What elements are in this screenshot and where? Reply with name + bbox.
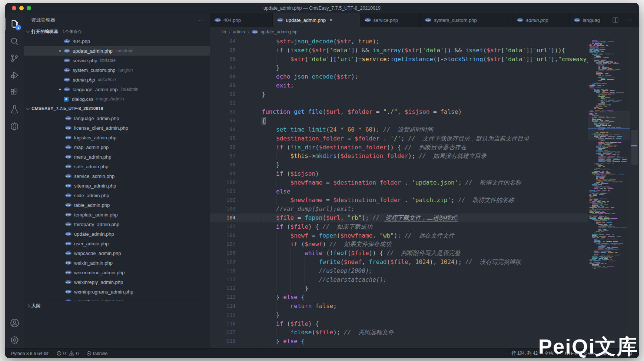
code-line-104[interactable]: 104 $file = fopen($url, "rb"); // 远程下载文件… bbox=[210, 213, 588, 222]
open-editors-section-header[interactable]: 打开的编辑器 1个未保存 bbox=[24, 27, 210, 36]
code-line-107[interactable]: 107 if ($newf) // 如果文件保存成功 bbox=[210, 240, 588, 249]
python-version-status[interactable]: Python 3.9.6 64-bit bbox=[11, 351, 49, 356]
code-line-105[interactable]: 105 if ($file) { // 如果下载成功 bbox=[210, 222, 588, 231]
open-editor-item[interactable]: ●phplanguage_admin.phplib/admin bbox=[24, 85, 210, 94]
code-line-96[interactable]: 96 if (!is_dir($destination_folder)) { /… bbox=[210, 143, 588, 152]
code-line-88[interactable]: 88 echo json_encode($str); bbox=[210, 72, 588, 81]
code-line-101[interactable]: 101 else bbox=[210, 187, 588, 196]
breadcrumb[interactable]: lib›admin›phpupdate_admin.php bbox=[210, 27, 639, 37]
open-editor-item[interactable]: phpservice.phplib/table bbox=[24, 56, 210, 65]
code-line-92[interactable]: 92 function get_file($url, $folder = "./… bbox=[210, 107, 588, 116]
feedback-person-icon[interactable] bbox=[617, 351, 621, 356]
file-tree-item[interactable]: phpsafe_admin.php bbox=[24, 162, 210, 171]
file-tree-item[interactable]: phplanguage_admin.php bbox=[24, 113, 210, 123]
scrollbar-thumb[interactable] bbox=[631, 130, 638, 165]
close-icon[interactable]: × bbox=[56, 48, 64, 54]
open-editor-item[interactable]: php404.php bbox=[24, 36, 210, 46]
activity-explorer-icon[interactable]: 1 bbox=[6, 16, 23, 33]
code-line-103[interactable]: 103 //var_dump($url);exit; bbox=[210, 205, 588, 213]
activity-run-debug-icon[interactable] bbox=[6, 67, 23, 84]
open-editor-item[interactable]: 3dialog.cssimages/admin bbox=[24, 94, 210, 104]
minimize-window-icon[interactable] bbox=[19, 6, 24, 10]
file-tree-item[interactable]: phpthirdparty_admin.php bbox=[24, 219, 210, 229]
open-editor-item[interactable]: phpsystem_custom.phplang/cn bbox=[24, 65, 210, 75]
file-tree-item[interactable]: phpservice_admin.php bbox=[24, 171, 210, 181]
eol-status[interactable]: CRLF bbox=[584, 351, 596, 356]
code-line-84[interactable]: 84 $str=json_decode($str, true); bbox=[210, 37, 588, 46]
breadcrumb-item[interactable]: update_admin.php bbox=[260, 29, 297, 34]
split-editor-icon[interactable] bbox=[612, 17, 619, 23]
open-editor-item[interactable]: phpadmin.phplib/admin bbox=[24, 75, 210, 85]
code-line-109[interactable]: 109 fwrite($newf, fread($file, 1024), 10… bbox=[210, 258, 588, 266]
file-tree-item[interactable]: phplicense_client_admin.php bbox=[24, 123, 210, 133]
code-line-117[interactable]: 117 fclose($file); // 关闭远程文件 bbox=[210, 328, 588, 337]
activity-source-control-icon[interactable] bbox=[6, 50, 23, 67]
tabnine-status[interactable]: tabnine bbox=[87, 351, 107, 356]
file-tree-item[interactable]: phpuser_admin.php bbox=[24, 239, 210, 248]
code-line-98[interactable]: 98 } bbox=[210, 160, 588, 169]
sidebar-more-actions-icon[interactable]: ··· bbox=[199, 17, 205, 23]
outline-section-header[interactable]: 大纲 bbox=[24, 301, 210, 311]
file-tree-item[interactable]: phpwxminprograms_admin.php bbox=[24, 287, 210, 297]
code-line-95[interactable]: 95 $destination_folder = $folder . '/'; … bbox=[210, 134, 588, 143]
activity-extensions-icon[interactable] bbox=[6, 84, 23, 101]
code-line-100[interactable]: 100 $newfname = $destination_folder . 'u… bbox=[210, 178, 588, 187]
file-tree-item[interactable]: phplogistics_admin.php bbox=[24, 133, 210, 142]
activity-search-icon[interactable] bbox=[6, 33, 23, 50]
zoom-window-icon[interactable] bbox=[27, 6, 31, 10]
tab-admin-php[interactable]: phpadmin.php bbox=[512, 13, 570, 27]
code-line-85[interactable]: 85 if (isset($str['data']) && is_array($… bbox=[210, 46, 588, 55]
code-line-87[interactable]: 87 } bbox=[210, 63, 588, 72]
close-window-icon[interactable] bbox=[12, 6, 16, 10]
code-line-99[interactable]: 99 if ($isjson) bbox=[210, 169, 588, 178]
code-line-114[interactable]: 114 return false; bbox=[210, 302, 588, 311]
indentation-status[interactable]: 空格: 4 bbox=[544, 350, 558, 357]
activity-test-beaker-icon[interactable] bbox=[6, 101, 23, 118]
code-line-102[interactable]: 102 $newfname = $destination_folder . 'p… bbox=[210, 196, 588, 205]
code-line-91[interactable]: 91 bbox=[210, 99, 588, 108]
tab-system_custom-php[interactable]: phpsystem_custom.php bbox=[421, 13, 512, 27]
encoding-status[interactable]: UTF-8 bbox=[565, 351, 578, 356]
file-tree-item[interactable]: phpsitemap_admin.php bbox=[24, 181, 210, 191]
file-tree-item[interactable]: phptable_admin.php bbox=[24, 200, 210, 210]
file-tree-item[interactable]: phpweixin_admin.php bbox=[24, 258, 210, 268]
breadcrumb-item[interactable]: admin bbox=[233, 29, 245, 34]
minimap[interactable] bbox=[588, 37, 630, 348]
file-tree-item[interactable]: phpmap_admin.php bbox=[24, 142, 210, 152]
code-line-116[interactable]: 116 if ($file) { bbox=[210, 319, 588, 328]
code-line-93[interactable]: 93 { bbox=[210, 116, 588, 125]
code-line-113[interactable]: 113 } else { bbox=[210, 293, 588, 302]
activity-package-icon[interactable] bbox=[6, 118, 23, 135]
code-line-118[interactable]: 118 } else { bbox=[210, 337, 588, 346]
activity-account-icon[interactable] bbox=[6, 314, 23, 331]
breadcrumb-item[interactable]: lib bbox=[222, 29, 226, 34]
code-line-90[interactable]: 90 } bbox=[210, 90, 588, 99]
folder-section-header[interactable]: CMSEASY_7.7.5_UTF-8_20210919 bbox=[24, 104, 210, 113]
file-tree-item[interactable]: phpweixinmenu_admin.php bbox=[24, 268, 210, 277]
code-line-112[interactable]: 112 } bbox=[210, 284, 588, 293]
code-line-110[interactable]: 110 //usleep(2000); bbox=[210, 266, 588, 275]
file-tree-item[interactable]: phpxiangzhang_admin.php bbox=[24, 297, 210, 301]
code-line-115[interactable]: 115 } bbox=[210, 311, 588, 319]
file-tree-item[interactable]: phpslide_admin.php bbox=[24, 191, 210, 200]
open-editor-item[interactable]: ×phpupdate_admin.phplib/admin bbox=[24, 46, 210, 56]
code-line-89[interactable]: 89 exit; bbox=[210, 81, 588, 90]
file-tree-item[interactable]: phptemplate_admin.php bbox=[24, 210, 210, 219]
code-line-94[interactable]: 94 set_time_limit(24 * 60 * 60); // 设置超时… bbox=[210, 125, 588, 134]
activity-settings-gear-icon[interactable] bbox=[6, 331, 23, 348]
code-line-97[interactable]: 97 $this->mkdirs($destination_folder); /… bbox=[210, 152, 588, 160]
tab-404-php[interactable]: php404.php bbox=[210, 13, 273, 27]
problems-status[interactable]: 0 0 bbox=[57, 351, 79, 356]
file-tree-item[interactable]: phpupdate_admin.php bbox=[24, 229, 210, 239]
tab-update_admin-php[interactable]: phpupdate_admin.php× bbox=[273, 13, 360, 27]
code-line-111[interactable]: 111 //clearstatcache(); bbox=[210, 275, 588, 284]
code-line-106[interactable]: 106 $newf = fopen($newfname, "wb"); // 远… bbox=[210, 231, 588, 240]
code-line-86[interactable]: 86 $str['data']['url']=service::getInsta… bbox=[210, 55, 588, 64]
file-tree-item[interactable]: phpwapcache_admin.php bbox=[24, 248, 210, 258]
editor-scrollbar[interactable] bbox=[630, 37, 639, 348]
cursor-position-status[interactable]: 行 104, 列 42 bbox=[512, 350, 538, 357]
tab-languag[interactable]: phplanguag bbox=[570, 13, 606, 27]
file-tree-item[interactable]: phpmenu_admin.php bbox=[24, 152, 210, 162]
editor-more-actions-icon[interactable]: ··· bbox=[625, 17, 633, 23]
code-line-108[interactable]: 108 while (!feof($file)) { // 判断附件写入是否完整 bbox=[210, 249, 588, 258]
